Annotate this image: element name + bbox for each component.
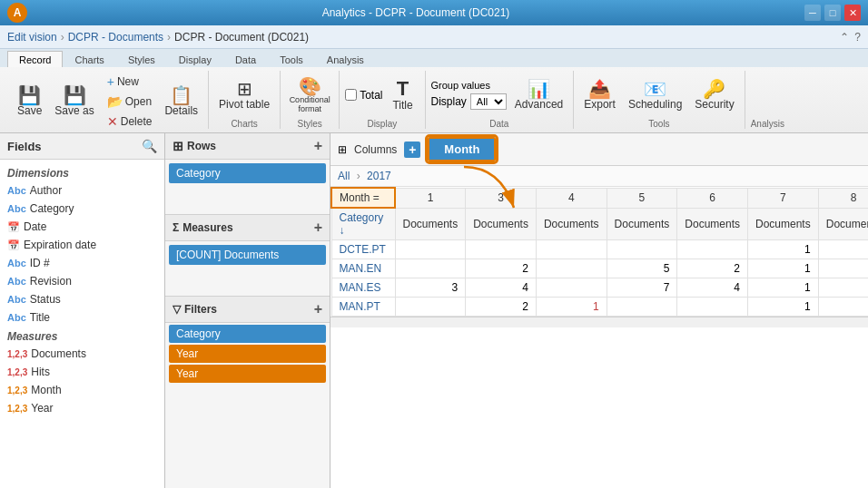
display-select[interactable]: All: [470, 93, 507, 110]
month-col-1[interactable]: 1: [395, 188, 466, 208]
cat-man-pt[interactable]: MAN.PT: [331, 298, 395, 317]
search-icon[interactable]: 🔍: [142, 139, 157, 153]
month-header-cell: Month =: [331, 188, 395, 208]
data-year-link[interactable]: 2017: [367, 170, 391, 182]
field-category[interactable]: Abc Category: [0, 200, 164, 218]
add-column-button[interactable]: +: [404, 142, 420, 158]
cat-dcte-pt[interactable]: DCTE.PT: [331, 240, 395, 259]
total-check-input[interactable]: [345, 89, 357, 101]
details-button[interactable]: 📋 Details: [160, 83, 202, 120]
measures-header: Σ Measures +: [165, 215, 330, 241]
scheduling-icon: 📧: [644, 80, 666, 98]
scheduling-button[interactable]: 📧 Scheduling: [624, 77, 686, 113]
month-col-4[interactable]: 4: [536, 188, 607, 208]
calendar-icon-2: 📅: [7, 239, 20, 251]
field-year[interactable]: 1,2,3 Year: [0, 399, 164, 417]
data-all-link[interactable]: All: [338, 170, 350, 182]
field-hits-label: Hits: [31, 366, 50, 378]
tab-record[interactable]: Record: [7, 51, 63, 67]
new-button[interactable]: + New: [103, 73, 157, 91]
fields-content: Dimensions Abc Author Abc Category 📅 Dat…: [0, 160, 164, 488]
details-label: Details: [164, 104, 198, 117]
conditional-format-button[interactable]: 🎨 Conditionalformat: [286, 74, 333, 116]
dcte-pt-7: 1: [748, 240, 819, 259]
field-expiration-date[interactable]: 📅 Expiration date: [0, 236, 164, 254]
filter-year-item-1[interactable]: Year: [169, 345, 326, 363]
ribbon-group-analysis: Analysis: [745, 71, 790, 129]
ribbon-group-styles: 🎨 Conditionalformat Styles: [281, 71, 340, 129]
man-pt-3: 2: [466, 298, 537, 317]
export-button[interactable]: 📤 Export: [579, 77, 620, 113]
columns-label: Columns: [354, 143, 397, 156]
filter-category-item[interactable]: Category: [169, 325, 326, 343]
display-group-label: Display: [367, 117, 397, 129]
dcte-pt-1: [395, 240, 466, 259]
save-as-button[interactable]: 💾 Save as: [50, 83, 98, 120]
title-label: Title: [392, 99, 412, 112]
tab-styles[interactable]: Styles: [116, 51, 167, 67]
man-pt-1: [395, 298, 466, 317]
conditional-label: Conditionalformat: [290, 95, 330, 113]
pivot-table-button[interactable]: ⊞ Pivot table: [214, 77, 274, 113]
breadcrumb-up-icon[interactable]: ⌃: [840, 31, 849, 44]
month-col-7[interactable]: 7: [748, 188, 819, 208]
horizontal-scrollbar[interactable]: [330, 317, 868, 327]
record-small-buttons: + New 📂 Open ✕ Delete: [103, 73, 157, 131]
delete-button[interactable]: ✕ Delete: [103, 112, 157, 131]
advanced-button[interactable]: 📊 Advanced: [510, 77, 567, 113]
field-title[interactable]: Abc Title: [0, 308, 164, 327]
display-options: Total: [345, 89, 382, 102]
month-col-5[interactable]: 5: [607, 188, 677, 208]
security-button[interactable]: 🔑 Security: [690, 77, 738, 113]
breadcrumb-help-icon[interactable]: ?: [854, 31, 861, 44]
filters-add-button[interactable]: +: [314, 301, 322, 317]
data-group-label: Data: [489, 117, 508, 129]
doc-header-1: Documents: [395, 208, 466, 240]
rows-add-button[interactable]: +: [314, 138, 322, 154]
title-button[interactable]: T Title: [387, 76, 419, 114]
filters-header: ▽ Filters +: [165, 297, 330, 323]
field-documents[interactable]: 1,2,3 Documents: [0, 345, 164, 363]
field-id[interactable]: Abc ID #: [0, 254, 164, 272]
field-month[interactable]: 1,2,3 Month: [0, 381, 164, 399]
field-author[interactable]: Abc Author: [0, 181, 164, 200]
open-icon: 📂: [107, 95, 123, 108]
man-pt-5: [607, 298, 677, 317]
month-col-8[interactable]: 8: [818, 188, 868, 208]
open-button[interactable]: 📂 Open: [103, 93, 157, 111]
cat-man-en[interactable]: MAN.EN: [331, 259, 395, 278]
total-checkbox[interactable]: Total: [345, 89, 382, 102]
breadcrumb-dcpr-docs[interactable]: DCPR - Documents: [68, 31, 163, 44]
cat-man-es[interactable]: MAN.ES: [331, 278, 395, 298]
measures-add-button[interactable]: +: [314, 220, 322, 236]
field-status[interactable]: Abc Status: [0, 290, 164, 308]
minimize-button[interactable]: ─: [804, 5, 821, 21]
tab-analysis[interactable]: Analysis: [315, 51, 376, 67]
tab-display[interactable]: Display: [167, 51, 223, 67]
tab-charts[interactable]: Charts: [63, 51, 115, 67]
num-icon-4: 1,2,3: [7, 404, 27, 414]
field-hits[interactable]: 1,2,3 Hits: [0, 363, 164, 381]
rows-category-item[interactable]: Category: [169, 163, 326, 183]
ribbon-group-tools: 📤 Export 📧 Scheduling 🔑 Security Tools: [574, 71, 745, 129]
filter-year-item-2[interactable]: Year: [169, 365, 326, 383]
measures-title: Measures: [182, 221, 313, 234]
field-date[interactable]: 📅 Date: [0, 218, 164, 236]
save-button[interactable]: 💾 Save: [13, 83, 46, 120]
tab-data[interactable]: Data: [223, 51, 268, 67]
field-revision[interactable]: Abc Revision: [0, 272, 164, 290]
maximize-button[interactable]: □: [824, 5, 841, 21]
measures-documents-item[interactable]: [COUNT] Documents: [169, 245, 326, 265]
month-button[interactable]: Month: [428, 137, 496, 161]
month-col-3[interactable]: 3: [466, 188, 537, 208]
tab-tools[interactable]: Tools: [268, 51, 315, 67]
security-label: Security: [695, 98, 734, 111]
category-col-header[interactable]: Category ↓: [331, 208, 395, 240]
display-select-label: Display: [431, 95, 467, 108]
field-date-label: Date: [24, 220, 46, 233]
ribbon-content: 💾 Save 💾 Save as + New 📂 Open: [0, 67, 868, 132]
close-button[interactable]: ✕: [844, 5, 861, 21]
month-col-6[interactable]: 6: [677, 188, 748, 208]
conditional-icon: 🎨: [299, 77, 321, 95]
breadcrumb-edit-vision[interactable]: Edit vision: [7, 31, 57, 44]
